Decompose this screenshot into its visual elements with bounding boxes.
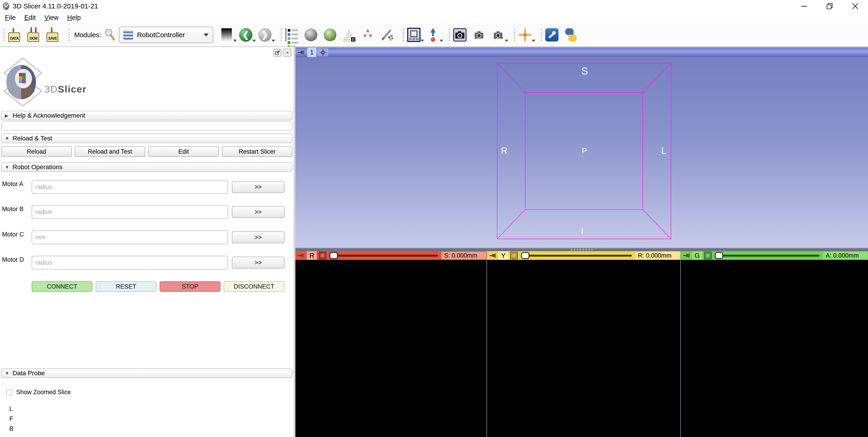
slider-handle[interactable]	[715, 252, 723, 259]
forward-arrow-icon[interactable]: ❯	[258, 28, 272, 42]
slider-track[interactable]	[337, 255, 438, 257]
chevron-down-icon	[204, 33, 209, 36]
crosshair-icon[interactable]	[518, 28, 532, 42]
red-slice-viewport[interactable]	[296, 260, 487, 437]
reformat-icon[interactable]	[426, 28, 440, 42]
module-selector[interactable]: RobotController	[119, 27, 213, 43]
dicom-icon[interactable]: DCM	[27, 28, 40, 42]
probe-row-l: L	[9, 405, 13, 412]
save-icon[interactable]: SAVE	[46, 28, 59, 42]
chevron-down-icon[interactable]	[272, 40, 275, 42]
menu-view[interactable]: View	[41, 13, 62, 22]
restore-button[interactable]	[817, 0, 842, 12]
motor-a-send-button[interactable]: >>	[232, 181, 284, 193]
scene-view-icon[interactable]	[472, 28, 486, 42]
section-title: Help & Acknowledgement	[12, 112, 85, 119]
connect-button[interactable]: CONNECT	[32, 281, 92, 292]
green-slice-viewport[interactable]	[681, 260, 868, 437]
toolbar-drag-handle[interactable]	[540, 27, 543, 42]
module-history-icon[interactable]	[220, 28, 233, 42]
minimize-button[interactable]	[792, 0, 817, 12]
main-toolbar: DATA DCM SAVE Modules: RobotC	[0, 23, 868, 47]
view-controls-icon[interactable]	[318, 48, 328, 57]
motor-c-input[interactable]	[32, 230, 228, 244]
red-slice-offset-slider[interactable]	[330, 252, 438, 259]
toolbar-drag-handle[interactable]	[448, 27, 451, 42]
reset-button[interactable]: RESET	[96, 281, 156, 292]
chevron-down-icon[interactable]	[252, 40, 256, 42]
threed-view-tab[interactable]: 1	[307, 48, 316, 57]
yellow-slice-viewport[interactable]	[487, 260, 680, 437]
probe-row-b: B	[9, 425, 13, 432]
slider-handle[interactable]	[330, 252, 338, 259]
screenshot-icon[interactable]	[453, 28, 466, 42]
module-search-icon[interactable]	[104, 29, 115, 41]
menu-help[interactable]: Help	[64, 13, 85, 22]
reload-and-test-button[interactable]: Reload and Test	[75, 146, 145, 157]
chevron-down-icon[interactable]	[505, 40, 508, 42]
reload-button[interactable]: Reload	[1, 146, 72, 157]
pin-icon[interactable]	[298, 50, 305, 55]
python-console-icon[interactable]	[564, 28, 578, 42]
menu-edit[interactable]: Edit	[21, 13, 39, 22]
chevron-down-icon[interactable]	[421, 40, 424, 42]
show-zoomed-slice-label: Show Zoomed Slice	[16, 389, 71, 396]
green-slice-menu-icon[interactable]	[704, 252, 712, 259]
green-slice-offset-slider[interactable]	[715, 252, 819, 259]
motor-b-send-button[interactable]: >>	[232, 206, 284, 218]
motor-d-input[interactable]	[32, 256, 228, 269]
slider-track[interactable]	[528, 255, 631, 257]
toolbar-drag-handle[interactable]	[2, 27, 5, 42]
section-help-acknowledgement[interactable]: ▶ Help & Acknowledgement	[1, 111, 292, 120]
extensions-icon[interactable]	[545, 28, 558, 42]
toolbar-drag-handle[interactable]	[280, 27, 283, 42]
slider-handle[interactable]	[521, 252, 529, 259]
show-zoomed-slice-checkbox[interactable]	[6, 389, 12, 395]
module-list-icon[interactable]	[285, 28, 298, 42]
edit-button[interactable]: Edit	[148, 146, 219, 157]
chevron-down-icon[interactable]	[440, 40, 443, 42]
scene-view-restore-icon[interactable]	[492, 28, 505, 42]
view-splitter-handle[interactable]	[296, 248, 868, 251]
red-slice-offset-value: S: 0.000mm	[441, 252, 486, 259]
close-panel-button[interactable]: ×	[284, 49, 291, 57]
pin-icon[interactable]	[683, 253, 691, 259]
red-slice-letter: R	[307, 251, 317, 260]
section-robot-operations[interactable]: ▼ Robot Operations	[1, 162, 292, 172]
pin-icon[interactable]	[489, 253, 497, 259]
disconnect-button[interactable]: DISCONNECT	[224, 281, 284, 292]
chevron-down-icon[interactable]	[532, 40, 535, 42]
load-data-icon[interactable]: DATA	[8, 28, 21, 42]
motor-c-send-button[interactable]: >>	[232, 231, 284, 243]
models-icon[interactable]	[304, 28, 317, 42]
volume-rendering-icon[interactable]	[323, 28, 337, 42]
red-slice-menu-icon[interactable]	[319, 252, 327, 259]
stop-button[interactable]: STOP	[160, 281, 220, 292]
layout-icon[interactable]	[407, 28, 421, 42]
panel-splitter[interactable]	[293, 47, 296, 437]
toolbar-drag-handle[interactable]	[67, 27, 71, 42]
pin-icon[interactable]	[298, 253, 305, 259]
chevron-down-icon[interactable]	[233, 40, 237, 42]
slider-track[interactable]	[722, 255, 819, 257]
close-button[interactable]	[842, 0, 868, 12]
section-reload-test[interactable]: ▼ Reload & Test	[1, 134, 292, 143]
motor-a-input[interactable]	[32, 180, 228, 194]
toolbar-drag-handle[interactable]	[513, 27, 516, 42]
markups-icon[interactable]: ** *	[361, 28, 374, 42]
toolbar-drag-handle[interactable]	[402, 27, 405, 42]
back-arrow-icon[interactable]: ❮	[239, 28, 252, 42]
splitter-dots	[571, 249, 593, 251]
restart-slicer-button[interactable]: Restart Slicer	[222, 146, 292, 157]
transforms-icon[interactable]	[343, 28, 355, 41]
motor-d-send-button[interactable]: >>	[232, 257, 284, 268]
annotations-icon[interactable]	[380, 28, 394, 42]
orientation-label-left: L	[661, 146, 666, 156]
threed-viewport[interactable]: S R P L I	[296, 57, 868, 247]
motor-b-input[interactable]	[32, 205, 228, 219]
undock-panel-button[interactable]	[274, 49, 281, 57]
yellow-slice-offset-slider[interactable]	[521, 252, 631, 259]
menu-file[interactable]: File	[1, 13, 19, 22]
section-data-probe[interactable]: ▼ Data Probe	[1, 369, 292, 378]
yellow-slice-menu-icon[interactable]	[510, 252, 518, 259]
